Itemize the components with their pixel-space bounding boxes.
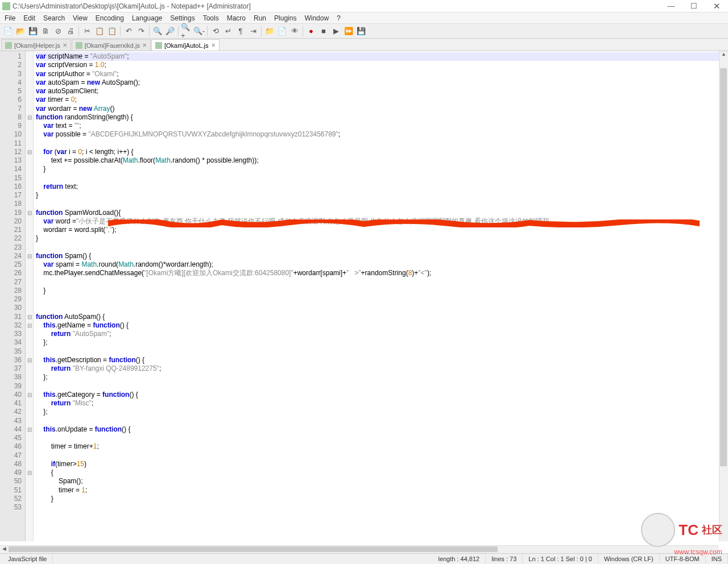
fold-gutter[interactable]: ⊟ ⊟ ⊟ ⊟ ⊟⊟ ⊟ ⊟ ⊟ ⊟ [26, 51, 34, 541]
close-icon[interactable]: ✕ [142, 42, 147, 48]
menu-help[interactable]: ? [337, 14, 341, 22]
separator [120, 26, 121, 36]
copy-icon[interactable]: 📋 [94, 26, 105, 37]
separator [178, 26, 179, 36]
separator [78, 26, 79, 36]
play-icon[interactable]: ▶ [330, 26, 342, 37]
menu-window[interactable]: Window [304, 14, 329, 22]
find-icon[interactable]: 🔍 [152, 26, 163, 37]
menu-run[interactable]: Run [254, 14, 266, 22]
menu-search[interactable]: Search [43, 14, 65, 22]
tab-bar: [Okami]Helper.js✕ [Okami]Fauerxikd.js✕ [… [0, 39, 728, 51]
status-position: Ln : 1 Col : 1 Sel : 0 | 0 [523, 554, 598, 564]
replace-icon[interactable]: 🔎 [164, 26, 176, 37]
watermark-url: www.tcsqw.com [674, 548, 722, 556]
monitor-icon[interactable]: 👁 [289, 26, 300, 37]
window-title: C:\Users\Administrator\Desktop\js\[Okami… [13, 2, 251, 10]
watermark-sub: 社区 [702, 523, 722, 537]
separator [261, 26, 262, 36]
status-lines: lines : 73 [486, 554, 523, 564]
editor-area: 1234567891011121314151617181920212223242… [0, 51, 728, 541]
menu-bar: File Edit Search View Encoding Language … [0, 13, 728, 24]
tab-label: [Okami]Helper.js [14, 42, 60, 49]
saveall-icon[interactable]: 🗎 [40, 26, 51, 37]
menu-encoding[interactable]: Encoding [96, 14, 124, 22]
savemacro-icon[interactable]: 💾 [355, 26, 367, 37]
watermark-brand: TC [679, 521, 698, 539]
stop-icon[interactable]: ■ [318, 26, 329, 37]
watermark-icon [641, 513, 675, 547]
app-icon [2, 2, 10, 10]
save-icon[interactable]: 💾 [27, 26, 39, 37]
tab-helper[interactable]: [Okami]Helper.js✕ [1, 39, 71, 51]
scroll-thumb[interactable] [9, 546, 498, 552]
menu-view[interactable]: View [73, 14, 88, 22]
paste-icon[interactable]: 📋 [106, 26, 118, 37]
maximize-button[interactable]: ☐ [682, 0, 705, 13]
window-titlebar: C:\Users\Administrator\Desktop\js\[Okami… [0, 0, 728, 13]
sync-icon[interactable]: ⟲ [210, 26, 221, 37]
line-gutter: 1234567891011121314151617181920212223242… [0, 51, 26, 541]
status-eol: Windows (CR LF) [598, 554, 660, 564]
undo-icon[interactable]: ↶ [123, 26, 134, 37]
allchars-icon[interactable]: ¶ [235, 26, 246, 37]
scroll-left-icon[interactable]: ◀ [0, 546, 8, 553]
close-icon[interactable]: ✕ [63, 42, 67, 48]
separator [303, 26, 303, 36]
cut-icon[interactable]: ✂ [81, 26, 93, 37]
separator [149, 26, 150, 36]
new-icon[interactable]: 📄 [2, 26, 14, 37]
tab-label: [Okami]Fauerxikd.js [85, 42, 140, 49]
status-filetype: JavaScript file [2, 554, 53, 564]
horizontal-scrollbar[interactable]: ◀ [0, 545, 719, 553]
file-icon [155, 42, 162, 49]
wrap-icon[interactable]: ↵ [222, 26, 234, 37]
indent-icon[interactable]: ⇥ [247, 26, 259, 37]
file-icon [5, 42, 12, 49]
menu-macro[interactable]: Macro [227, 14, 246, 22]
folder-icon[interactable]: 📁 [264, 26, 275, 37]
window-controls: — ☐ ✕ [660, 0, 728, 13]
tab-autol[interactable]: [Okami]AutoL.js✕ [151, 39, 220, 51]
minimize-button[interactable]: — [660, 0, 682, 13]
close-button[interactable]: ✕ [705, 0, 728, 13]
menu-plugins[interactable]: Plugins [274, 14, 296, 22]
toolbar: 📄 📂 💾 🗎 ⊘ 🖨 ✂ 📋 📋 ↶ ↷ 🔍 🔎 🔍+ 🔍- ⟲ ↵ ¶ ⇥ … [0, 24, 728, 39]
menu-settings[interactable]: Settings [170, 14, 195, 22]
menu-edit[interactable]: Edit [23, 14, 35, 22]
zoomout-icon[interactable]: 🔍- [193, 26, 205, 37]
menu-tools[interactable]: Tools [203, 14, 219, 22]
closeall-icon[interactable]: ⊘ [52, 26, 64, 37]
record-icon[interactable]: ● [305, 26, 317, 37]
zoomin-icon[interactable]: 🔍+ [181, 26, 192, 37]
print-icon[interactable]: 🖨 [65, 26, 76, 37]
redo-icon[interactable]: ↷ [135, 26, 147, 37]
playmulti-icon[interactable]: ⏩ [343, 26, 354, 37]
menu-language[interactable]: Language [132, 14, 162, 22]
tab-label: [Okami]AutoL.js [164, 42, 209, 49]
status-bar: JavaScript file length : 44,812 lines : … [0, 553, 728, 564]
file-icon [76, 42, 82, 49]
doc-icon[interactable]: 📄 [276, 26, 288, 37]
status-length: length : 44,812 [432, 554, 486, 564]
open-icon[interactable]: 📂 [15, 26, 26, 37]
close-icon[interactable]: ✕ [211, 42, 216, 48]
watermark: TC 社区 [641, 513, 722, 547]
scroll-up-icon[interactable]: ▲ [719, 51, 728, 59]
menu-file[interactable]: File [5, 14, 15, 22]
separator [207, 26, 208, 36]
code-content[interactable]: var scriptName = "AutoSpam";var scriptVe… [34, 51, 728, 541]
scroll-thumb[interactable] [720, 68, 727, 466]
vertical-scrollbar[interactable]: ▲ [719, 51, 728, 541]
tab-fauerxikd[interactable]: [Okami]Fauerxikd.js✕ [72, 39, 151, 51]
